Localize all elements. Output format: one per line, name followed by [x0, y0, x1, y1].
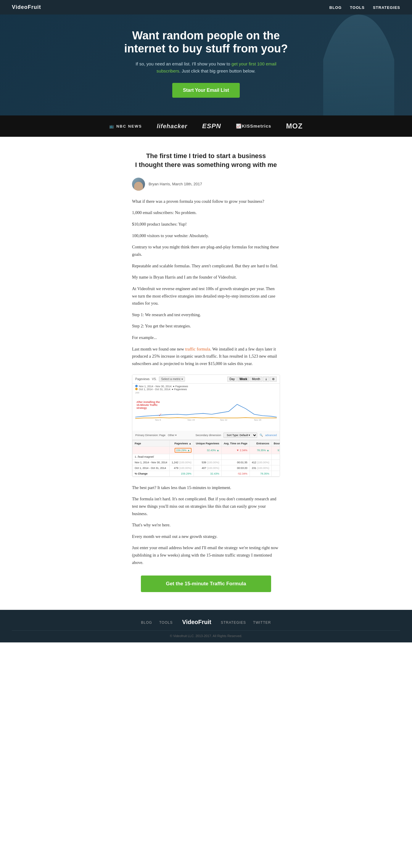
- col-bounce: Bounce Rate: [272, 440, 280, 446]
- advanced-label[interactable]: advanced: [265, 434, 277, 437]
- cell-bounce-highlight: 91.94% ▲: [272, 446, 280, 454]
- search-icon[interactable]: 🔍: [260, 434, 263, 437]
- day-tab-export[interactable]: ⤓: [263, 377, 270, 381]
- cell-ent-highlight: 78.35% ▲: [250, 446, 272, 454]
- cell-pv-highlight: 159.29% ▲: [169, 446, 194, 454]
- cell-date1-label: Nov 1, 2014 - Nov 30, 2014: [133, 460, 169, 465]
- filter-secondary-select[interactable]: Sort Type: Default ▾: [223, 433, 257, 438]
- day-tab-settings[interactable]: ⚙: [270, 377, 277, 381]
- para-10: For example...: [132, 334, 280, 341]
- footer-copyright: © Videofruit LLC. 2013-2017. All Rights …: [12, 630, 400, 638]
- nav-strategies[interactable]: STRATEGIES: [373, 5, 400, 10]
- cell-change-label: % Change: [133, 471, 169, 476]
- day-tabs: Day Week Month ⤓ ⚙: [227, 377, 277, 381]
- legend-dot-prev: [135, 388, 138, 390]
- cell-date2-br: 63.20%: [272, 465, 280, 471]
- table-row-change: % Change 159.29% 32.43% -52.34% 78.35% -…: [133, 471, 280, 476]
- para-9: Step 2: You get the best strategies.: [132, 322, 280, 330]
- para-1: 1,000 email subscribers: No problem.: [132, 209, 280, 216]
- pageviews-label: Pageviews: [135, 377, 150, 381]
- cell-date2-time: 00:03:20: [221, 465, 250, 471]
- logo-nbc-news: 📺 NBC NEWS: [109, 124, 142, 128]
- day-tab-day[interactable]: Day: [227, 377, 237, 381]
- cell-br-blank: [272, 454, 280, 460]
- cell-upv-highlight: 32.43% ▲: [194, 446, 221, 454]
- para-0: What if there was a proven formula you c…: [132, 198, 280, 205]
- chart-topbar: Pageviews VS. Select a metric ▾ Day Week…: [132, 375, 280, 384]
- footer-strategies[interactable]: STRATEGIES: [221, 621, 246, 625]
- nav-logo[interactable]: VideoFruit: [12, 4, 41, 10]
- cell-ent-blank: [250, 454, 272, 460]
- cell-date1-br: 5.10%: [272, 460, 280, 465]
- para-2: $10,000 product launches: Yup!: [132, 221, 280, 228]
- svg-text:Nov 15: Nov 15: [188, 418, 195, 421]
- footer-twitter[interactable]: TWITTER: [253, 621, 271, 625]
- cell-pv-blank: [169, 454, 194, 460]
- para2-0: The best part? It takes less than 15-min…: [132, 484, 280, 491]
- metric-select[interactable]: Select a metric ▾: [159, 377, 185, 381]
- legend-dot-current: [135, 385, 138, 387]
- legend-row-2: Oct 1, 2014 - Oct 31, 2014: ● Pageviews: [135, 388, 277, 391]
- footer-tools[interactable]: TOOLS: [159, 621, 172, 625]
- nav-blog[interactable]: BLOG: [329, 5, 342, 10]
- filter-secondary-label: Secondary dimension: [195, 434, 221, 437]
- cell-date2-ent: 231 (100.00%): [250, 465, 272, 471]
- cell-change-ent: 78.35%: [250, 471, 272, 476]
- day-tab-month[interactable]: Month: [250, 377, 262, 381]
- para-7: At Videofruit we reverse engineer and te…: [132, 285, 280, 307]
- avatar-face: [134, 182, 143, 191]
- footer-links-right: STRATEGIES TWITTER: [221, 620, 271, 625]
- cell-change-pv: 159.29%: [169, 471, 194, 476]
- hero-title: Want random people on the internet to bu…: [123, 29, 289, 55]
- cell-date1-upv: 539 (100.00%): [194, 460, 221, 465]
- hero-subtitle-plain: If so, you need an email list. I'll show…: [135, 61, 231, 66]
- cell-date1-ent: 412 (100.00%): [250, 460, 272, 465]
- day-tab-week[interactable]: Week: [237, 377, 249, 381]
- para-8: Step 1: We research and test everything.: [132, 311, 280, 318]
- nav-tools[interactable]: TOOLS: [350, 5, 365, 10]
- chart-legend: Nov 1, 2014 - Nov 30, 2014: ● Pageviews …: [132, 384, 280, 395]
- author-row: Bryan Harris, March 18th, 2017: [132, 178, 280, 191]
- para-4: Contrary to what you might think there a…: [132, 243, 280, 258]
- article-title: The first time I tried to start a busine…: [132, 152, 280, 169]
- cell-date2-upv: 407 (100.00%): [194, 465, 221, 471]
- hero-person-silhouette: [323, 14, 394, 116]
- footer-nav: BLOG TOOLS VideoFruit STRATEGIES TWITTER: [12, 619, 400, 625]
- chart-area: After installing the15-Minute Trafficstr…: [132, 395, 280, 431]
- svg-text:Nov 29: Nov 29: [254, 418, 261, 421]
- author-info: Bryan Harris, March 18th, 2017: [149, 182, 202, 186]
- col-unique: Unique Pageviews: [194, 440, 221, 446]
- para-11: Last month we found one new traffic form…: [132, 345, 280, 367]
- navbar: VideoFruit BLOG TOOLS STRATEGIES: [0, 0, 412, 14]
- hero-cta-button[interactable]: Start Your Email List: [172, 83, 240, 98]
- table-highlight-row: 159.29% ▲ 32.43% ▲ ▼ 2.34% 78.35% ▲ 91.9…: [133, 446, 280, 454]
- para-6: My name is Bryan Harris and I am the fou…: [132, 274, 280, 281]
- logo-kissmetrics: 📈KISSmetrics: [236, 123, 271, 129]
- cell-date2-pv: 479 (100.00%): [169, 465, 194, 471]
- col-time: Avg. Time on Page: [221, 440, 250, 446]
- chart-y-label: 200: [135, 391, 277, 394]
- article-cta-button[interactable]: Get the 15-minute Traffic Formula: [141, 576, 271, 592]
- cell-upv-blank: [194, 454, 221, 460]
- logo-lifehacker: lifehacker: [157, 123, 187, 130]
- cell-change-upv: 32.43%: [194, 471, 221, 476]
- hero-subtitle-end: . Just click that big green button below…: [179, 68, 256, 73]
- footer-blog[interactable]: BLOG: [141, 621, 152, 625]
- cta-section: Get the 15-minute Traffic Formula: [132, 576, 280, 592]
- logos-bar: 📺 NBC NEWS lifehacker ESPN 📈KISSmetrics …: [0, 116, 412, 137]
- hero-content: Want random people on the internet to bu…: [117, 14, 295, 116]
- analytics-table: Page Pageviews ▲ Unique Pageviews Avg. T…: [132, 440, 280, 477]
- cell-time-blank: [221, 454, 250, 460]
- nav-links: BLOG TOOLS STRATEGIES: [329, 5, 400, 10]
- footer-links-left: BLOG TOOLS: [141, 620, 173, 625]
- chart-overlay-label: After installing the15-Minute Trafficstr…: [136, 401, 160, 409]
- cell-page-blank: [133, 446, 169, 454]
- logo-moz: MOZ: [286, 122, 303, 130]
- svg-text:Nov 6: Nov 6: [155, 418, 161, 421]
- legend-row-1: Nov 1, 2014 - Nov 30, 2014: ● Pageviews: [135, 385, 277, 388]
- table-header-row: Page Pageviews ▲ Unique Pageviews Avg. T…: [133, 440, 280, 446]
- col-pageviews: Pageviews ▲: [169, 440, 194, 446]
- traffic-formula-link[interactable]: traffic formula: [185, 347, 211, 351]
- footer-logo[interactable]: VideoFruit: [182, 619, 211, 625]
- cell-date2-label: Oct 1, 2014 - Oct 31, 2014: [133, 465, 169, 471]
